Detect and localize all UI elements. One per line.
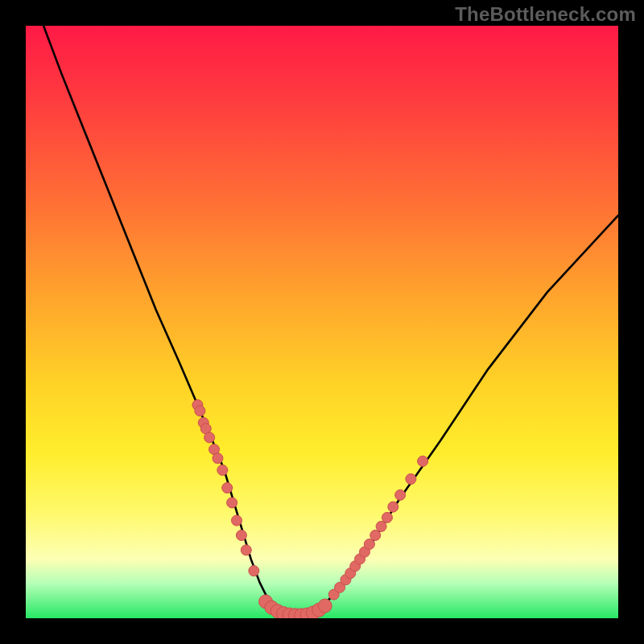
chart-svg [26, 26, 618, 618]
data-marker [241, 545, 251, 555]
data-marker [376, 521, 386, 531]
markers-layer [192, 400, 428, 618]
data-marker [232, 515, 242, 526]
data-marker [370, 530, 381, 540]
chart-frame: TheBottleneck.com [0, 0, 644, 644]
data-marker [222, 483, 233, 493]
data-marker [406, 474, 416, 485]
data-marker [318, 599, 332, 613]
data-marker [388, 502, 398, 512]
data-marker [364, 539, 374, 550]
curve-layer [43, 26, 618, 615]
watermark-text: TheBottleneck.com [455, 3, 636, 26]
data-marker [213, 453, 223, 464]
data-marker [204, 432, 215, 443]
data-marker [236, 530, 246, 540]
data-marker [195, 406, 205, 416]
data-marker [395, 489, 406, 500]
data-marker [382, 512, 392, 522]
data-marker [418, 456, 428, 466]
data-marker [249, 566, 259, 576]
data-marker [227, 497, 237, 508]
bottleneck-curve [43, 26, 618, 615]
data-marker [217, 465, 228, 476]
plot-area [26, 26, 618, 618]
